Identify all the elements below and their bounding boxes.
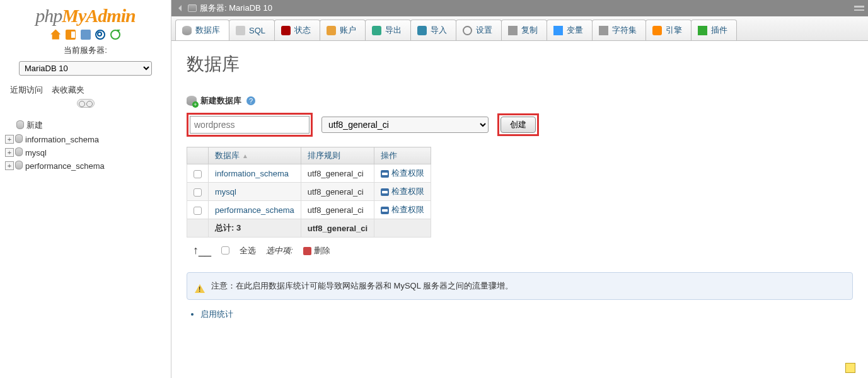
database-icon bbox=[15, 147, 23, 156]
tab-export[interactable]: 导出 bbox=[365, 20, 411, 40]
tree-db-item[interactable]: + mysql bbox=[5, 146, 166, 159]
total-label: 总计: 3 bbox=[209, 219, 301, 238]
database-icon bbox=[15, 161, 23, 169]
col-action: 操作 bbox=[374, 147, 431, 164]
table-row: performance_schema utf8_general_ci 检查权限 bbox=[187, 201, 431, 219]
sort-asc-icon[interactable]: ▲ bbox=[242, 152, 248, 159]
sidebar-mini-toolbar bbox=[0, 28, 171, 43]
expand-icon[interactable]: + bbox=[5, 148, 14, 157]
tab-replication[interactable]: 复制 bbox=[501, 20, 547, 40]
database-new-icon bbox=[16, 120, 24, 129]
home-icon[interactable] bbox=[50, 30, 61, 40]
sidebar: phpMyAdmin 当前服务器: MariaDB 10 近期访问 表收藏夹 新… bbox=[0, 0, 171, 378]
row-collation: utf8_general_ci bbox=[301, 183, 374, 201]
row-collation: utf8_general_ci bbox=[301, 164, 374, 183]
select-all-checkbox[interactable] bbox=[221, 246, 229, 255]
breadcrumb-server[interactable]: 服务器: MariaDB 10 bbox=[200, 3, 272, 14]
plugin-icon bbox=[698, 26, 707, 35]
top-tabs: 数据库 SQL 状态 账户 导出 导入 设置 复制 变量 字符集 引擎 插件 bbox=[171, 16, 868, 41]
database-table: 数据库▲ 排序规则 操作 information_schema utf8_gen… bbox=[187, 147, 431, 238]
tree-db-item[interactable]: + performance_schema bbox=[5, 159, 166, 173]
gear-icon bbox=[463, 26, 472, 35]
collation-select[interactable]: utf8_general_ci bbox=[321, 117, 489, 133]
export-icon bbox=[372, 26, 381, 35]
collapse-icon[interactable] bbox=[854, 6, 864, 11]
delete-icon bbox=[303, 247, 311, 255]
tab-accounts[interactable]: 账户 bbox=[320, 20, 366, 40]
col-database: 数据库▲ bbox=[209, 147, 301, 164]
row-collation: utf8_general_ci bbox=[301, 201, 374, 219]
privileges-icon bbox=[381, 188, 389, 196]
notice-text: 注意：在此启用数据库统计可能导致网站服务器和 MySQL 服务器之间的流量骤增。 bbox=[211, 280, 513, 292]
create-db-heading: 新建数据库 bbox=[200, 95, 241, 106]
expand-icon[interactable]: + bbox=[5, 135, 14, 144]
help-icon[interactable]: ? bbox=[246, 96, 255, 105]
create-db-icon bbox=[187, 96, 197, 106]
check-privileges-link[interactable]: 检查权限 bbox=[391, 168, 424, 178]
check-privileges-link[interactable]: 检查权限 bbox=[391, 186, 424, 196]
up-arrow-icon: ↑__ bbox=[193, 244, 211, 257]
privileges-icon bbox=[381, 170, 389, 178]
link-icon[interactable] bbox=[77, 99, 95, 108]
tab-databases[interactable]: 数据库 bbox=[175, 20, 229, 40]
tree-db-label: performance_schema bbox=[25, 161, 105, 171]
enable-stats-link[interactable]: 启用统计 bbox=[200, 309, 233, 319]
db-link[interactable]: information_schema bbox=[215, 169, 289, 178]
tab-settings[interactable]: 设置 bbox=[456, 20, 502, 40]
tab-sql[interactable]: SQL bbox=[229, 20, 275, 40]
settings-icon[interactable] bbox=[95, 30, 105, 40]
col-collation[interactable]: 排序规则 bbox=[301, 147, 374, 164]
privileges-icon bbox=[381, 207, 389, 214]
table-total-row: 总计: 3 utf8_general_ci bbox=[187, 219, 431, 238]
logout-icon[interactable] bbox=[66, 30, 76, 40]
selected-label: 选中项: bbox=[266, 245, 293, 256]
db-name-input[interactable] bbox=[190, 116, 310, 134]
tab-status[interactable]: 状态 bbox=[274, 20, 320, 40]
status-icon bbox=[281, 26, 291, 35]
db-link[interactable]: mysql bbox=[215, 187, 236, 197]
row-checkbox[interactable] bbox=[194, 188, 202, 197]
side-tab-recent[interactable]: 近期访问 bbox=[10, 85, 43, 94]
tree-new-db[interactable]: 新建 bbox=[5, 118, 166, 133]
phpmyadmin-logo[interactable]: phpMyAdmin bbox=[0, 1, 171, 28]
create-button[interactable]: 创建 bbox=[501, 117, 536, 133]
replication-icon bbox=[508, 26, 518, 35]
database-icon bbox=[15, 134, 23, 143]
reload-icon[interactable] bbox=[110, 30, 120, 40]
check-privileges-link[interactable]: 检查权限 bbox=[391, 205, 424, 214]
delete-link[interactable]: 删除 bbox=[314, 246, 330, 255]
tree-db-label: information_schema bbox=[25, 135, 99, 144]
tree-db-item[interactable]: + information_schema bbox=[5, 133, 166, 146]
table-row: information_schema utf8_general_ci 检查权限 bbox=[187, 164, 431, 183]
expand-icon[interactable]: + bbox=[5, 161, 14, 170]
server-select[interactable]: MariaDB 10 bbox=[19, 61, 152, 76]
row-checkbox[interactable] bbox=[194, 170, 202, 178]
breadcrumb: 服务器: MariaDB 10 bbox=[171, 0, 868, 16]
tab-engines[interactable]: 引擎 bbox=[645, 20, 692, 40]
back-arrow-icon[interactable] bbox=[175, 5, 182, 11]
db-link[interactable]: performance_schema bbox=[215, 205, 294, 215]
row-checkbox[interactable] bbox=[194, 207, 202, 215]
tree-new-label: 新建 bbox=[26, 120, 43, 131]
total-collation: utf8_general_ci bbox=[301, 219, 374, 238]
sticky-note-icon[interactable] bbox=[845, 363, 855, 373]
tab-charsets[interactable]: 字符集 bbox=[592, 20, 646, 40]
tab-variables[interactable]: 变量 bbox=[547, 20, 593, 40]
side-tab-favorites[interactable]: 表收藏夹 bbox=[52, 85, 84, 94]
warning-icon bbox=[195, 279, 205, 293]
table-row: mysql utf8_general_ci 检查权限 bbox=[187, 183, 431, 201]
users-icon bbox=[327, 26, 336, 35]
database-icon bbox=[182, 26, 192, 35]
db-tree: 新建 + information_schema + mysql + perfor… bbox=[0, 112, 171, 173]
charset-icon bbox=[599, 26, 608, 35]
tab-import[interactable]: 导入 bbox=[410, 20, 456, 40]
variables-icon bbox=[553, 26, 563, 35]
tab-plugins[interactable]: 插件 bbox=[691, 20, 737, 40]
notice-box: 注意：在此启用数据库统计可能导致网站服务器和 MySQL 服务器之间的流量骤增。 bbox=[187, 272, 853, 300]
current-server-label: 当前服务器: bbox=[0, 43, 171, 57]
server-icon bbox=[188, 4, 197, 12]
tree-db-label: mysql bbox=[25, 148, 47, 158]
select-all-label[interactable]: 全选 bbox=[240, 245, 256, 256]
engine-icon bbox=[652, 26, 662, 35]
docs-icon[interactable] bbox=[81, 30, 91, 40]
